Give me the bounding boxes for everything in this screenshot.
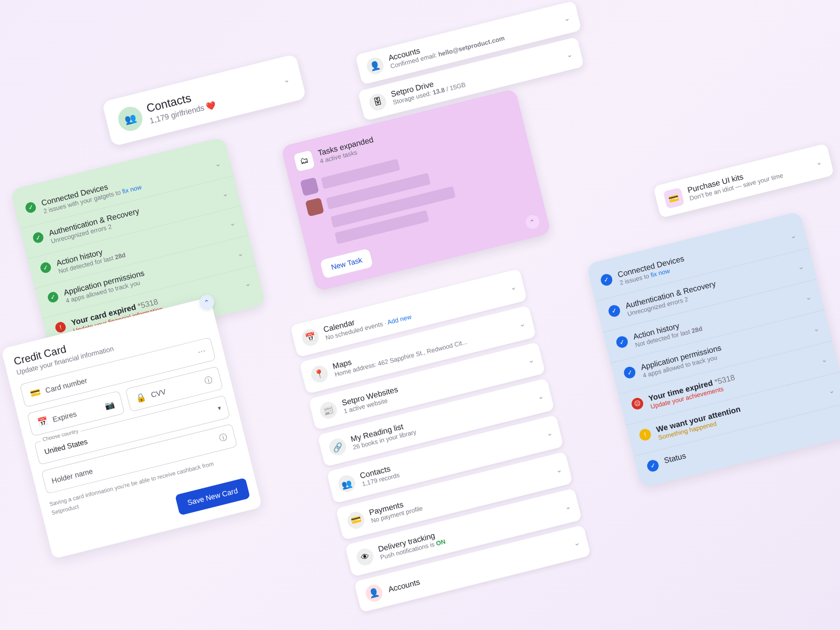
check-icon: ✓ xyxy=(24,201,37,214)
card-icon: 💳 xyxy=(29,387,41,399)
contacts-icon: 👥 xyxy=(337,474,357,494)
drive-icon: 🗄 xyxy=(368,92,388,112)
chevron-down-icon[interactable]: ⌄ xyxy=(244,279,252,288)
chevron-down-icon[interactable]: ⌄ xyxy=(564,501,572,511)
check-icon: ✓ xyxy=(607,304,622,318)
contacts-icon: 👥 xyxy=(116,104,145,133)
contacts-card[interactable]: 👥 Contacts 1,179 girlfriends ❤️ ⌄ xyxy=(102,54,307,146)
chevron-down-icon[interactable]: ⌄ xyxy=(214,159,222,168)
card-icon: 💳 xyxy=(663,187,685,209)
warning-icon: ! xyxy=(638,428,653,442)
chevron-down-icon[interactable]: ⌄ xyxy=(537,392,545,401)
apps-list: 📅 Calendar No scheduled events · Add new… xyxy=(290,269,592,617)
chevron-down-icon[interactable]: ⌄ xyxy=(827,385,836,395)
tasks-panel: 🗂 Tasks expanded 4 active tasks New Task… xyxy=(281,88,551,291)
chevron-down-icon[interactable]: ⌄ xyxy=(554,465,563,475)
purchase-row[interactable]: 💳 Purchase UI kits Don't be an idiot — s… xyxy=(653,143,834,218)
chevron-down-icon[interactable]: ⌄ xyxy=(565,49,574,59)
credit-card-form: ⌃ Credit Card Update your financial info… xyxy=(1,297,262,559)
chevron-down-icon[interactable]: ⌄ xyxy=(545,428,554,438)
more-icon[interactable]: ⋯ xyxy=(196,346,206,357)
check-icon: ✓ xyxy=(615,335,629,349)
dropdown-icon: ▾ xyxy=(217,404,222,412)
check-icon: ✓ xyxy=(600,273,614,287)
pin-icon: 📍 xyxy=(309,364,330,384)
calendar-icon: 📅 xyxy=(36,416,49,428)
check-icon: ✓ xyxy=(39,261,52,274)
info-icon[interactable]: ⓘ xyxy=(204,374,214,386)
chevron-down-icon[interactable]: ⌄ xyxy=(563,13,571,23)
check-icon: ✓ xyxy=(623,366,637,380)
chevron-down-icon[interactable]: ⌄ xyxy=(282,75,291,84)
card-icon: 💳 xyxy=(346,510,366,531)
chevron-down-icon[interactable]: ⌄ xyxy=(820,354,828,364)
account-icon: 👤 xyxy=(364,583,384,603)
check-icon: ✓ xyxy=(32,231,45,244)
status-panel: ✓ Connected Devices 2 issues to fix now … xyxy=(586,211,840,488)
collapse-button[interactable]: ⌃ xyxy=(524,214,541,230)
chevron-down-icon[interactable]: ⌄ xyxy=(573,538,581,547)
tasks-icon: 🗂 xyxy=(293,150,315,172)
chevron-down-icon[interactable]: ⌄ xyxy=(796,261,805,271)
avatar xyxy=(305,197,324,216)
lock-icon: 🔒 xyxy=(134,391,147,403)
error-icon: ! xyxy=(54,321,67,333)
chevron-down-icon[interactable]: ⌄ xyxy=(815,157,823,166)
chevron-down-icon[interactable]: ⌄ xyxy=(804,292,813,302)
chevron-down-icon[interactable]: ⌄ xyxy=(228,218,237,228)
news-icon: 📰 xyxy=(318,401,339,421)
chevron-down-icon[interactable]: ⌄ xyxy=(221,188,229,198)
chevron-down-icon[interactable]: ⌄ xyxy=(509,282,518,291)
chevron-down-icon[interactable]: ⌄ xyxy=(789,230,797,240)
avatar xyxy=(300,177,319,196)
error-icon: ☹ xyxy=(631,397,645,411)
new-task-button[interactable]: New Task xyxy=(320,248,373,279)
chevron-down-icon[interactable]: ⌄ xyxy=(236,248,245,258)
check-icon: ✓ xyxy=(47,291,59,303)
camera-icon[interactable]: 📷 xyxy=(103,400,116,411)
check-icon: ✓ xyxy=(646,459,660,473)
link-icon: 🔗 xyxy=(328,437,348,457)
account-icon: 👤 xyxy=(365,56,385,76)
calendar-icon: 📅 xyxy=(300,327,321,348)
eye-icon: 👁 xyxy=(355,547,375,567)
chevron-down-icon[interactable]: ⌄ xyxy=(527,355,536,365)
chevron-down-icon[interactable]: ⌄ xyxy=(812,323,821,333)
chevron-down-icon[interactable]: ⌄ xyxy=(518,319,527,328)
info-icon[interactable]: ⓘ xyxy=(218,432,228,444)
